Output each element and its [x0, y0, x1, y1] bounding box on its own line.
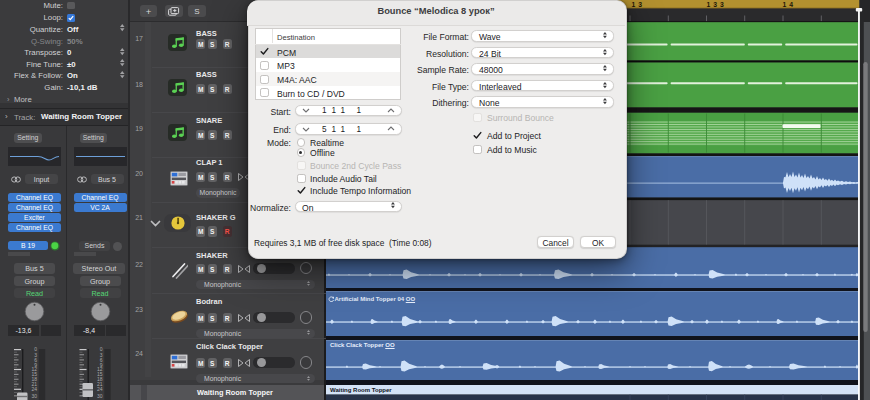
svg-text:24: 24	[97, 386, 103, 392]
svg-text:30: 30	[97, 393, 103, 399]
svg-text:30: 30	[31, 393, 37, 399]
svg-text:24: 24	[31, 386, 37, 392]
